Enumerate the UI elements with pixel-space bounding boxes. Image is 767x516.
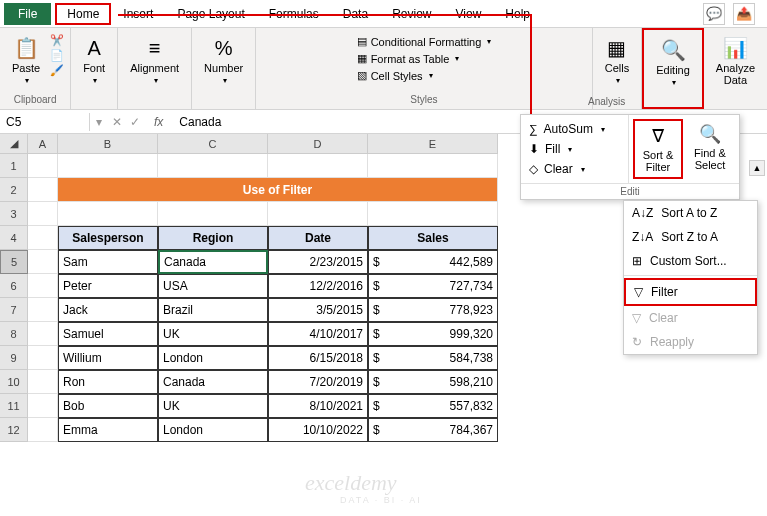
table-cell[interactable]: 6/15/2018 — [268, 346, 368, 370]
table-cell[interactable]: 7/20/2019 — [268, 370, 368, 394]
format-as-table-button[interactable]: ▦Format as Table▾ — [353, 51, 496, 66]
cell[interactable] — [28, 250, 58, 274]
table-cell[interactable]: 10/10/2022 — [268, 418, 368, 442]
cell-styles-button[interactable]: ▧Cell Styles▾ — [353, 68, 496, 83]
table-cell[interactable]: Brazil — [158, 298, 268, 322]
cell[interactable] — [28, 226, 58, 250]
row-header[interactable]: 9 — [0, 346, 28, 370]
row-header[interactable]: 11 — [0, 394, 28, 418]
home-tab[interactable]: Home — [55, 3, 111, 25]
table-cell[interactable]: Emma — [58, 418, 158, 442]
comments-icon[interactable]: 💬 — [703, 3, 725, 25]
cell[interactable] — [28, 322, 58, 346]
cell[interactable] — [28, 418, 58, 442]
select-all-corner[interactable]: ◢ — [0, 134, 28, 154]
number-button[interactable]: % Number ▾ — [198, 34, 249, 87]
col-header[interactable]: E — [368, 134, 498, 154]
title-cell[interactable]: Use of Filter — [58, 178, 498, 202]
analyze-data-button[interactable]: 📊 Analyze Data — [710, 34, 761, 88]
fx-icon[interactable]: fx — [144, 115, 173, 129]
cell[interactable] — [158, 202, 268, 226]
format-painter-icon[interactable]: 🖌️ — [50, 64, 64, 77]
table-cell[interactable]: London — [158, 346, 268, 370]
table-cell[interactable]: 4/10/2017 — [268, 322, 368, 346]
row-header[interactable]: 1 — [0, 154, 28, 178]
table-cell[interactable]: Ron — [58, 370, 158, 394]
row-header[interactable]: 12 — [0, 418, 28, 442]
row-header[interactable]: 3 — [0, 202, 28, 226]
fill-button[interactable]: ⬇Fill▾ — [525, 139, 624, 159]
col-header[interactable]: A — [28, 134, 58, 154]
row-header[interactable]: 2 — [0, 178, 28, 202]
cell[interactable] — [28, 202, 58, 226]
cell[interactable] — [28, 394, 58, 418]
sort-az-item[interactable]: A↓ZSort A to Z — [624, 201, 757, 225]
autosum-button[interactable]: ∑AutoSum▾ — [525, 119, 624, 139]
cell[interactable] — [268, 202, 368, 226]
cell[interactable] — [158, 154, 268, 178]
table-cell[interactable]: Jack — [58, 298, 158, 322]
table-cell[interactable]: $727,734 — [368, 274, 498, 298]
table-cell[interactable]: $999,320 — [368, 322, 498, 346]
find-select-button[interactable]: 🔍 Find & Select — [685, 119, 735, 179]
cell[interactable] — [268, 154, 368, 178]
cut-icon[interactable]: ✂️ — [50, 34, 64, 47]
row-header[interactable]: 7 — [0, 298, 28, 322]
font-button[interactable]: A Font ▾ — [77, 34, 111, 87]
table-cell[interactable]: 3/5/2015 — [268, 298, 368, 322]
table-cell[interactable]: UK — [158, 394, 268, 418]
selected-cell[interactable]: Canada — [158, 250, 268, 274]
custom-sort-item[interactable]: ⊞Custom Sort... — [624, 249, 757, 273]
cell[interactable] — [58, 202, 158, 226]
cell[interactable] — [28, 274, 58, 298]
table-cell[interactable]: Sam — [58, 250, 158, 274]
sort-za-item[interactable]: Z↓ASort Z to A — [624, 225, 757, 249]
table-cell[interactable]: UK — [158, 322, 268, 346]
row-header[interactable]: 10 — [0, 370, 28, 394]
conditional-formatting-button[interactable]: ▤Conditional Formatting▾ — [353, 34, 496, 49]
table-cell[interactable]: Canada — [158, 370, 268, 394]
table-cell[interactable]: 12/2/2016 — [268, 274, 368, 298]
filter-item[interactable]: ▽Filter — [624, 278, 757, 306]
col-header[interactable]: B — [58, 134, 158, 154]
enter-icon[interactable]: ✓ — [126, 115, 144, 129]
table-cell[interactable]: Peter — [58, 274, 158, 298]
paste-button[interactable]: 📋 Paste ▾ — [6, 34, 46, 87]
sort-filter-button[interactable]: ᐁ Sort & Filter — [633, 119, 683, 179]
row-header[interactable]: 6 — [0, 274, 28, 298]
table-cell[interactable]: Willium — [58, 346, 158, 370]
table-header[interactable]: Sales — [368, 226, 498, 250]
row-header[interactable]: 5 — [0, 250, 28, 274]
row-header[interactable]: 4 — [0, 226, 28, 250]
table-cell[interactable]: Bob — [58, 394, 158, 418]
col-header[interactable]: C — [158, 134, 268, 154]
cell[interactable] — [368, 154, 498, 178]
copy-icon[interactable]: 📄 — [50, 49, 64, 62]
table-header[interactable]: Date — [268, 226, 368, 250]
table-cell[interactable]: Samuel — [58, 322, 158, 346]
cell[interactable] — [368, 202, 498, 226]
table-cell[interactable]: $442,589 — [368, 250, 498, 274]
cell[interactable] — [28, 154, 58, 178]
clear-button[interactable]: ◇Clear▾ — [525, 159, 624, 179]
cell[interactable] — [28, 370, 58, 394]
formula-input[interactable]: Canada — [173, 113, 227, 131]
share-icon[interactable]: 📤 — [733, 3, 755, 25]
cell[interactable] — [28, 346, 58, 370]
cell[interactable] — [28, 298, 58, 322]
table-cell[interactable]: USA — [158, 274, 268, 298]
table-cell[interactable]: $784,367 — [368, 418, 498, 442]
table-cell[interactable]: $598,210 — [368, 370, 498, 394]
table-cell[interactable]: $778,923 — [368, 298, 498, 322]
dropdown-icon[interactable]: ▾ — [90, 115, 108, 129]
cell[interactable] — [58, 154, 158, 178]
table-header[interactable]: Region — [158, 226, 268, 250]
cell[interactable] — [28, 178, 58, 202]
table-cell[interactable]: $584,738 — [368, 346, 498, 370]
table-cell[interactable]: London — [158, 418, 268, 442]
editing-button[interactable]: 🔍 Editing ▾ — [650, 36, 696, 89]
name-box[interactable]: C5 — [0, 113, 90, 131]
alignment-button[interactable]: ≡ Alignment ▾ — [124, 34, 185, 87]
file-tab[interactable]: File — [4, 3, 51, 25]
table-header[interactable]: Salesperson — [58, 226, 158, 250]
